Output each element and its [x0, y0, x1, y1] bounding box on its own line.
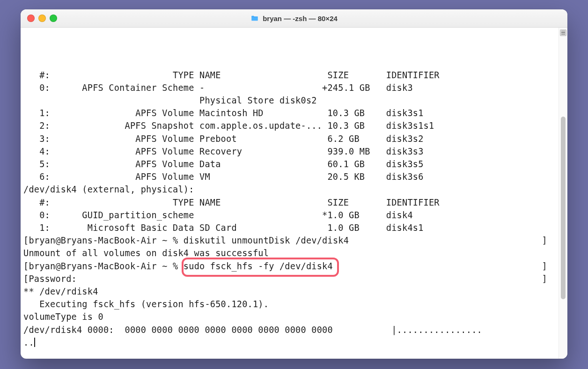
folder-icon — [250, 14, 259, 22]
disk3-row: 4: APFS Volume Recovery 939.0 MB disk3s3 — [23, 145, 559, 158]
terminal-body: #: TYPE NAME SIZE IDENTIFIER 0: APFS Con… — [21, 28, 567, 359]
disk3-row: 6: APFS Volume VM 20.5 KB disk3s6 — [23, 170, 559, 183]
prompt-line-2: bryan@Bryans-MacBook-Air ~ % sudo fsck_h… — [23, 260, 559, 273]
terminal-window: bryan — -zsh — 80×24 #: TYPE NAME SIZE I… — [21, 9, 567, 359]
fsck-line: volumeType is 0 — [23, 310, 559, 323]
window-title-text: bryan — -zsh — 80×24 — [263, 15, 338, 22]
disk3-row: Physical Store disk0s2 — [23, 94, 559, 107]
disk4-row: 0: GUID_partition_scheme *1.0 GB disk4 — [23, 209, 559, 221]
close-icon[interactable] — [27, 15, 35, 22]
fsck-line: /dev/rdisk4 0000: 0000 0000 0000 0000 00… — [23, 324, 559, 336]
password-line: Password: — [23, 273, 559, 285]
disk3-row: 5: APFS Volume Data 60.1 GB disk3s5 — [23, 158, 559, 170]
scrollbar[interactable] — [559, 28, 567, 359]
fsck-line: .. — [23, 336, 559, 349]
disk4-row: 1: Microsoft Basic Data SD Card 1.0 GB d… — [23, 221, 559, 234]
traffic-lights — [27, 15, 57, 22]
prompt-line-1: bryan@Bryans-MacBook-Air ~ % diskutil un… — [23, 234, 559, 247]
fsck-line: ** /dev/rdisk4 — [23, 285, 559, 298]
disk4-header: /dev/disk4 (external, physical): — [23, 183, 559, 196]
minimize-icon[interactable] — [38, 15, 46, 22]
titlebar[interactable]: bryan — -zsh — 80×24 — [21, 9, 567, 28]
column-header: #: TYPE NAME SIZE IDENTIFIER — [23, 196, 559, 209]
column-header: #: TYPE NAME SIZE IDENTIFIER — [23, 69, 559, 81]
scroll-thumb[interactable] — [561, 117, 566, 299]
disk3-row: 0: APFS Container Scheme - +245.1 GB dis… — [23, 81, 559, 94]
unmount-result: Unmount of all volumes on disk4 was succ… — [23, 247, 559, 259]
view-options-icon[interactable] — [560, 30, 566, 36]
cursor — [34, 338, 35, 347]
disk3-row: 3: APFS Volume Preboot 6.2 GB disk3s2 — [23, 133, 559, 145]
window-title: bryan — -zsh — 80×24 — [250, 14, 338, 22]
terminal-content[interactable]: #: TYPE NAME SIZE IDENTIFIER 0: APFS Con… — [21, 28, 559, 359]
disk3-row: 2: APFS Snapshot com.apple.os.update-...… — [23, 119, 559, 132]
disk3-row: 1: APFS Volume Macintosh HD 10.3 GB disk… — [23, 107, 559, 119]
fsck-line: Executing fsck_hfs (version hfs-650.120.… — [23, 298, 559, 310]
zoom-icon[interactable] — [50, 15, 57, 22]
